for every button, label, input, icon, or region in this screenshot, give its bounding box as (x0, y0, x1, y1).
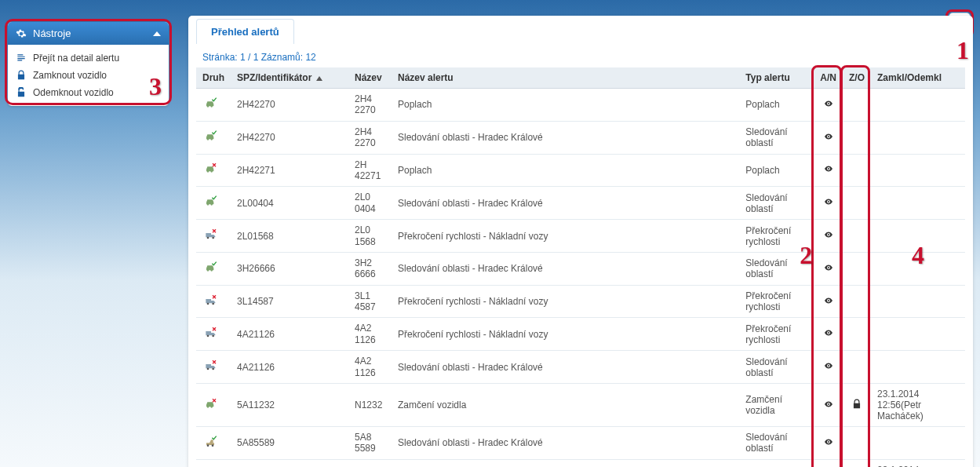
svg-point-0 (828, 103, 829, 104)
cell-zo[interactable] (843, 351, 871, 384)
cell-an[interactable] (814, 187, 843, 220)
cell-zo[interactable] (843, 154, 871, 187)
cell-zamkl (871, 351, 965, 384)
sidebar-item-unlock[interactable]: Odemknout vozidlo (8, 84, 169, 101)
cell-typ: Překročení rychlosti (739, 318, 814, 351)
sidebar-item-detail[interactable]: Přejít na detail alertu (8, 49, 169, 67)
cell-an[interactable] (814, 459, 843, 467)
lock-closed-icon (851, 399, 862, 410)
cell-spz: 2H42270 (231, 89, 348, 122)
svg-point-11 (207, 335, 209, 337)
tools-panel-title: Nástroje (33, 27, 71, 39)
vehicle-icon (202, 327, 220, 339)
alerts-table: Druh SPZ/Identifikátor Název Název alert… (196, 67, 965, 467)
cell-zamkl: 23.1.2014 12:56(Petr Macháček) (871, 384, 965, 427)
table-header-row: Druh SPZ/Identifikátor Název Název alert… (196, 67, 965, 89)
svg-point-3 (828, 201, 829, 202)
svg-point-10 (828, 300, 829, 301)
col-zo[interactable]: Z/O (843, 67, 871, 89)
svg-point-8 (207, 302, 209, 305)
cell-an[interactable] (814, 384, 843, 427)
cell-an[interactable] (814, 154, 843, 187)
tab-label: Přehled alertů (211, 26, 279, 38)
cell-zamkl: 23.1.2014 12:56(Petr Macháček) (871, 459, 965, 467)
table-row[interactable]: 5A855895A85589Sledování oblasti - Hradec… (196, 427, 965, 460)
unlock-icon (16, 87, 27, 98)
cell-an[interactable] (814, 252, 843, 285)
gear-icon (16, 28, 27, 39)
vehicle-icon (202, 261, 220, 274)
cell-typ: Poplach (739, 89, 814, 122)
cell-zamkl (871, 285, 965, 318)
cell-nazev: 2H42270 (348, 89, 392, 122)
collapse-icon[interactable] (153, 31, 161, 36)
eye-icon (822, 164, 835, 173)
table-row[interactable]: 2H422702H42270Sledování oblasti - Hradec… (196, 121, 965, 154)
cell-an[interactable] (814, 427, 843, 460)
eye-icon (822, 361, 835, 370)
vehicle-icon (202, 359, 220, 372)
table-row[interactable]: 3L145873L14587Překročení rychlosti - Nák… (196, 285, 965, 318)
cell-an[interactable] (814, 351, 843, 384)
table-row[interactable]: 2H422702H42270PoplachPoplach (196, 89, 965, 122)
cell-zo[interactable] (843, 459, 871, 467)
cell-nazev: N1232 (348, 384, 392, 427)
cell-zo[interactable] (843, 187, 871, 220)
tools-panel: Nástroje Přejít na detail alertu Zamknou… (8, 22, 169, 106)
cell-spz: 4A21126 (231, 318, 348, 351)
svg-point-4 (207, 237, 209, 239)
cell-zamkl (871, 89, 965, 122)
svg-point-15 (212, 368, 214, 370)
col-zamkl[interactable]: Zamkl/Odemkl (871, 67, 965, 89)
table-row[interactable]: 5A855895A85589Zamčení vozidlaZamčení voz… (196, 459, 965, 467)
cell-zo[interactable] (843, 220, 871, 253)
cell-spz: 5A85589 (231, 427, 348, 460)
cell-zo[interactable] (843, 285, 871, 318)
cell-zo[interactable] (843, 318, 871, 351)
col-typ-alertu[interactable]: Typ alertu (739, 67, 814, 89)
cell-an[interactable] (814, 121, 843, 154)
table-row[interactable]: 5A11232N1232Zamčení vozidlaZamčení vozid… (196, 384, 965, 427)
cell-nazev: 4A21126 (348, 351, 392, 384)
table-row[interactable]: 4A211264A21126Překročení rychlosti - Nák… (196, 318, 965, 351)
svg-point-12 (212, 335, 214, 337)
tab-alerts[interactable]: Přehled alertů (196, 19, 294, 44)
col-nazev-alertu[interactable]: Název alertu (392, 67, 739, 89)
cell-an[interactable] (814, 89, 843, 122)
sidebar-item-lock[interactable]: Zamknout vozidlo (8, 67, 169, 84)
cell-nazev-alertu: Poplach (392, 154, 739, 187)
cell-zamkl (871, 427, 965, 460)
cell-zamkl (871, 220, 965, 253)
tools-panel-header[interactable]: Nástroje (8, 22, 169, 45)
cell-zo[interactable] (843, 252, 871, 285)
cell-typ: Zamčení vozidla (739, 459, 814, 467)
cell-nazev-alertu: Sledování oblasti - Hradec Králové (392, 427, 739, 460)
table-row[interactable]: 2L015682L01568Překročení rychlosti - Nák… (196, 220, 965, 253)
col-nazev[interactable]: Název (348, 67, 392, 89)
cell-nazev: 2H42271 (348, 154, 392, 187)
cell-an[interactable] (814, 318, 843, 351)
cell-nazev: 4A21126 (348, 318, 392, 351)
cell-zamkl (871, 154, 965, 187)
table-row[interactable]: 2L004042L00404Sledování oblasti - Hradec… (196, 187, 965, 220)
cell-zamkl (871, 121, 965, 154)
table-row[interactable]: 3H266663H26666Sledování oblasti - Hradec… (196, 252, 965, 285)
cell-zo[interactable] (843, 384, 871, 427)
svg-point-9 (212, 302, 214, 305)
table-row[interactable]: 2H422712H42271PoplachPoplach (196, 154, 965, 187)
cell-typ: Sledování oblastí (739, 252, 814, 285)
cell-nazev: 2H42270 (348, 121, 392, 154)
main-panel: Přehled alertů Stránka: 1 / 1 Záznamů: 1… (188, 16, 973, 467)
col-an[interactable]: A/N (814, 67, 843, 89)
col-spz[interactable]: SPZ/Identifikátor (231, 67, 348, 89)
cell-zo[interactable] (843, 427, 871, 460)
cell-an[interactable] (814, 220, 843, 253)
cell-zo[interactable] (843, 89, 871, 122)
cell-typ: Překročení rychlosti (739, 285, 814, 318)
cell-zo[interactable] (843, 121, 871, 154)
col-druh[interactable]: Druh (196, 67, 231, 89)
svg-point-16 (828, 365, 829, 367)
table-row[interactable]: 4A211264A21126Sledování oblasti - Hradec… (196, 351, 965, 384)
cell-an[interactable] (814, 285, 843, 318)
cell-spz: 5A11232 (231, 384, 348, 427)
